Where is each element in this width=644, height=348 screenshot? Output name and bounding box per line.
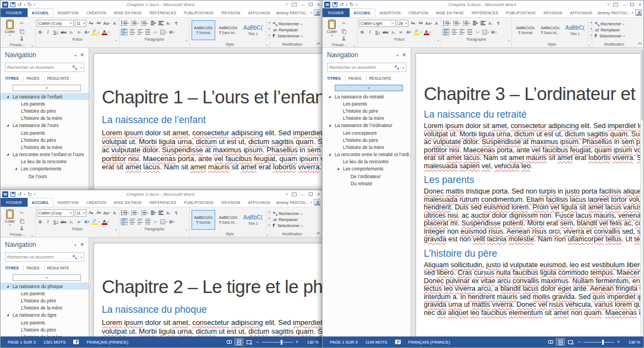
nav-tab-résultats[interactable]: RÉSULTATS [47, 76, 74, 81]
nav-tab-titres[interactable]: TITRES [327, 76, 346, 81]
navigation-dropdown-caret[interactable]: ▾ [396, 53, 398, 57]
minimize-icon[interactable]: — [301, 192, 305, 197]
align-right-icon[interactable] [137, 218, 143, 225]
expand-triangle-icon[interactable] [7, 153, 9, 156]
strikethrough-button[interactable]: abc [382, 29, 389, 36]
shrink-font-icon[interactable]: A▾ [95, 209, 102, 217]
font-color-icon[interactable]: A▾ [101, 29, 110, 36]
heading-item[interactable]: La naissance du retraité [323, 93, 411, 100]
shrink-font-icon[interactable]: A▾ [417, 20, 424, 27]
user-account[interactable]: Jérémy PASTOU...▾ [276, 8, 322, 17]
cut-icon[interactable]: ✂ [340, 20, 347, 26]
editing-sélectionner-button[interactable]: Sélectionner▾ [273, 34, 303, 38]
word-app-icon[interactable]: W [2, 2, 8, 8]
font-name-combo[interactable]: Calibri (Corp▾ [37, 20, 74, 27]
bold-button[interactable]: G [359, 29, 365, 36]
expand-triangle-icon[interactable] [15, 168, 17, 170]
justify-icon[interactable] [466, 29, 473, 36]
superscript-button[interactable]: x² [397, 29, 404, 36]
underline-button[interactable]: S▾ [52, 29, 59, 36]
undo-icon[interactable]: ↺ [18, 2, 22, 7]
highlight-color-icon[interactable]: ▾ [413, 29, 422, 36]
font-size-combo[interactable]: 28▾ [397, 20, 409, 27]
editing-caret[interactable]: ▾ [302, 224, 303, 228]
document-area[interactable]: Chapitre 2 – Le tigre et le phoqueLa nai… [89, 237, 322, 336]
bold-button[interactable]: G [37, 218, 43, 225]
shrink-font-icon[interactable]: A▾ [95, 20, 102, 27]
nav-tab-résultats[interactable]: RÉSULTATS [47, 266, 74, 271]
collapse-ribbon-icon[interactable] [316, 42, 320, 46]
editing-rechercher-button[interactable]: Rechercher▾ [273, 211, 303, 216]
copy-icon[interactable] [340, 28, 347, 34]
vertical-scrollbar[interactable] [640, 48, 643, 336]
grow-font-icon[interactable]: A▴ [88, 20, 94, 27]
font-size-caret[interactable]: ▾ [83, 21, 85, 25]
heading-item[interactable]: L’histoire du père [323, 107, 411, 114]
heading-item[interactable]: La naissance du tigre [1, 312, 89, 319]
expand-triangle-icon[interactable] [337, 168, 339, 170]
restore-icon[interactable] [309, 3, 313, 6]
editing-sélectionner-button[interactable]: Sélectionner▾ [595, 34, 625, 38]
heading-item[interactable]: La rencontre entre le retraité et l’ordi… [323, 151, 411, 158]
nav-tab-titres[interactable]: TITRES [5, 76, 24, 81]
line-spacing-icon[interactable]: ↕▾ [152, 29, 159, 36]
paste-button[interactable]: Coller▾ [2, 19, 18, 42]
paste-caret[interactable]: ▾ [9, 223, 11, 227]
heading-item[interactable]: Les parents [1, 100, 89, 107]
subscript-button[interactable]: x₂ [68, 218, 74, 225]
search-dropdown-caret[interactable]: ▾ [78, 256, 82, 259]
ribbon-tab-accueil[interactable]: ACCUEIL [350, 8, 376, 17]
ribbon-tab-fichier[interactable]: FICHIER [1, 8, 28, 17]
user-dropdown-caret[interactable]: ▾ [632, 11, 634, 14]
redo-icon[interactable]: ↻ [28, 192, 32, 197]
align-left-icon[interactable] [443, 29, 450, 36]
ribbon-tab-références[interactable]: RÉFÉRENCES [146, 198, 180, 207]
search-dropdown-caret[interactable]: ▾ [78, 66, 82, 69]
bold-button[interactable]: G [37, 29, 43, 36]
style-card-normal[interactable]: AaBbCcDc¶ Normal [514, 20, 537, 40]
heading-item[interactable]: L’histoire du père [1, 107, 89, 114]
undo-icon[interactable]: ↺ [340, 2, 344, 7]
collapse-ribbon-icon[interactable] [316, 232, 320, 236]
numbering-icon[interactable]: ▾ [452, 20, 461, 27]
heading-item[interactable]: L’histoire du père [1, 297, 89, 304]
expand-triangle-icon[interactable] [7, 314, 9, 316]
ribbon-tab-affichage[interactable]: AFFICHAGE [244, 8, 275, 17]
editing-caret[interactable]: ▾ [301, 23, 303, 26]
user-dropdown-caret[interactable]: ▾ [310, 11, 312, 14]
format-painter-icon[interactable] [18, 225, 25, 231]
zoom-in-icon[interactable]: + [293, 339, 301, 345]
zoom-out-icon[interactable]: − [253, 339, 261, 345]
clear-formatting-icon[interactable]: A [433, 20, 440, 27]
increase-indent-icon[interactable] [157, 209, 164, 217]
borders-icon[interactable]: ⊞▾ [490, 29, 497, 36]
grow-font-icon[interactable]: A▴ [410, 20, 416, 27]
shading-icon[interactable]: ▾ [160, 218, 167, 225]
nav-tab-pages[interactable]: PAGES [348, 76, 367, 81]
ribbon-tab-affichage[interactable]: AFFICHAGE [244, 198, 275, 207]
copy-icon[interactable] [18, 218, 25, 224]
document-search-input[interactable]: Rechercher un document▾ [5, 63, 84, 72]
borders-icon[interactable]: ⊞▾ [168, 218, 175, 225]
heading-item[interactable]: Les parents [323, 100, 411, 107]
format-painter-icon[interactable] [340, 36, 347, 42]
navigation-dropdown-caret[interactable]: ▾ [74, 243, 76, 247]
text-effects-icon[interactable]: A▾ [405, 29, 412, 36]
expand-triangle-icon[interactable] [7, 124, 9, 126]
font-name-caret[interactable]: ▾ [69, 211, 72, 214]
heading-item[interactable]: La naissance de l’ordinateur [323, 122, 411, 129]
heading-item[interactable]: L’histoire du père [1, 326, 89, 333]
paste-caret[interactable]: ▾ [9, 34, 11, 37]
grow-font-icon[interactable]: A▴ [88, 209, 94, 217]
heading-item[interactable]: Du retraité [323, 180, 411, 187]
numbering-icon[interactable]: ▾ [130, 209, 139, 217]
align-right-icon[interactable] [459, 29, 465, 36]
paste-button[interactable]: Coller▾ [324, 19, 340, 42]
read-mode-icon[interactable] [546, 338, 555, 346]
ribbon-tab-accueil[interactable]: ACCUEIL [28, 8, 54, 17]
shading-icon[interactable]: ▾ [482, 29, 489, 36]
font-color-icon[interactable]: A▾ [423, 29, 432, 36]
highlight-color-icon[interactable]: ▾ [91, 29, 100, 36]
ribbon-display-options-icon[interactable]: ˄ [613, 3, 618, 7]
heading-item[interactable]: L’histoire du père [1, 136, 89, 143]
